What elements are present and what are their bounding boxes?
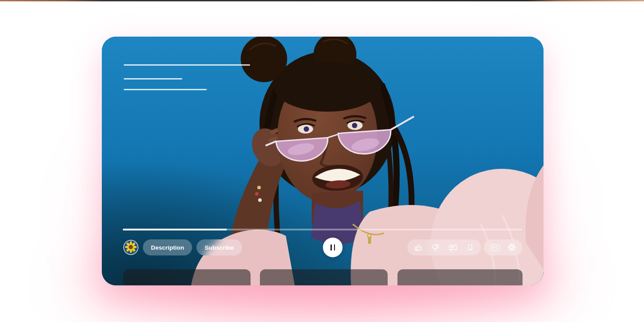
comments-button[interactable]	[449, 243, 457, 251]
captions-button[interactable]: CC	[490, 243, 500, 251]
progress-bar[interactable]	[123, 229, 523, 230]
dislike-button[interactable]	[431, 243, 439, 251]
settings-button[interactable]	[508, 243, 516, 251]
comment-icon	[449, 244, 457, 251]
description-button[interactable]: Description	[143, 239, 192, 255]
title-skeleton-line	[124, 64, 250, 66]
subscribe-button[interactable]: Subscribe	[197, 239, 242, 255]
save-button[interactable]	[466, 243, 474, 251]
video-player-card: Description Subscribe	[102, 37, 544, 285]
page-background: Description Subscribe	[0, 0, 644, 322]
title-skeleton-line	[124, 89, 207, 90]
utility-pill: CC	[484, 239, 523, 255]
suggestion-card[interactable]	[397, 269, 523, 285]
progress-bar-fill	[123, 229, 227, 230]
pause-icon	[330, 244, 332, 251]
gear-icon	[508, 243, 516, 251]
thumbs-down-icon	[432, 244, 439, 251]
engagement-pill	[407, 239, 481, 255]
cc-icon: CC	[490, 244, 500, 251]
like-button[interactable]	[414, 243, 422, 251]
sunflower-icon	[124, 241, 138, 254]
action-bar: CC	[407, 239, 523, 255]
suggestion-card[interactable]	[123, 269, 251, 285]
player-controls: Description Subscribe	[123, 239, 523, 255]
pause-button[interactable]	[323, 238, 343, 257]
channel-avatar[interactable]	[123, 240, 138, 255]
thumbs-up-icon	[414, 244, 422, 251]
suggestion-row	[102, 269, 544, 285]
bookmark-icon	[467, 244, 474, 251]
top-edge-strip	[0, 0, 644, 1]
title-skeleton-line	[124, 78, 182, 79]
channel-cluster: Description Subscribe	[123, 239, 242, 255]
suggestion-card[interactable]	[260, 269, 388, 285]
